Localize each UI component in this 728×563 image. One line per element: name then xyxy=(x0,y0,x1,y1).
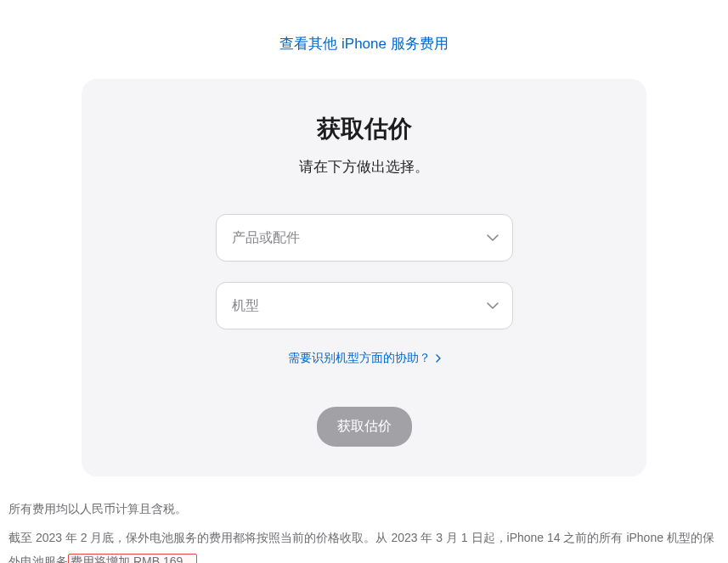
model-select-placeholder: 机型 xyxy=(232,297,259,315)
product-select[interactable]: 产品或配件 xyxy=(216,214,513,262)
footer-line-2: 截至 2023 年 2 月底，保外电池服务的费用都将按照当前的价格收取。从 20… xyxy=(8,526,720,563)
identify-model-help-link[interactable]: 需要识别机型方面的协助？ xyxy=(288,351,441,366)
card-title: 获取估价 xyxy=(107,113,621,145)
help-link-label: 需要识别机型方面的协助？ xyxy=(288,351,431,366)
estimate-card: 获取估价 请在下方做出选择。 产品或配件 机型 需要识别机型方面的协助？ 获取估… xyxy=(82,79,646,476)
footer-line-1: 所有费用均以人民币计算且含税。 xyxy=(8,497,720,521)
model-select[interactable]: 机型 xyxy=(216,282,513,329)
chevron-down-icon xyxy=(487,234,499,241)
footer-line-2-highlight: 费用将增加 RMB 169。 xyxy=(68,554,197,563)
chevron-down-icon xyxy=(487,302,499,309)
view-other-services-link[interactable]: 查看其他 iPhone 服务费用 xyxy=(279,36,448,52)
card-subtitle: 请在下方做出选择。 xyxy=(107,157,621,177)
get-estimate-button[interactable]: 获取估价 xyxy=(317,407,412,447)
product-select-placeholder: 产品或配件 xyxy=(232,229,300,247)
chevron-right-icon xyxy=(436,354,441,363)
footer-notes: 所有费用均以人民币计算且含税。 截至 2023 年 2 月底，保外电池服务的费用… xyxy=(8,497,720,563)
